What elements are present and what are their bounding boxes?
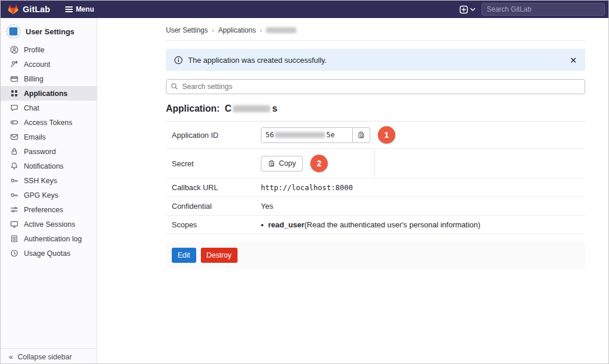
top-navigation-bar: GitLab Menu bbox=[1, 1, 608, 18]
info-icon bbox=[174, 56, 183, 65]
confidential-label: Confidential bbox=[172, 202, 261, 210]
sidebar-item-label: Usage Quotas bbox=[24, 249, 70, 258]
sidebar-item-label: Emails bbox=[24, 133, 46, 141]
alert-close-icon[interactable]: ✕ bbox=[569, 56, 577, 65]
breadcrumb-separator: › bbox=[260, 27, 262, 34]
scopes-label: Scopes bbox=[172, 220, 261, 229]
settings-search-input[interactable] bbox=[166, 79, 585, 94]
scopes-row: Scopes read_user (Read the authenticated… bbox=[166, 216, 585, 234]
breadcrumb-applications[interactable]: Applications bbox=[218, 26, 256, 34]
redacted-application-name bbox=[233, 105, 270, 112]
hamburger-icon bbox=[65, 5, 73, 13]
callout-badge-1: 1 bbox=[378, 126, 395, 144]
sidebar-item-profile[interactable]: Profile bbox=[1, 42, 97, 57]
collapse-label: Collapse sidebar bbox=[17, 353, 72, 361]
breadcrumb-user-settings[interactable]: User Settings bbox=[166, 26, 208, 34]
callback-url-value: http://localhost:8000 bbox=[261, 183, 353, 192]
sidebar-title: User Settings bbox=[26, 27, 75, 36]
page-title: Application: C s bbox=[166, 104, 585, 114]
scopes-value: read_user (Read the authenticated user's… bbox=[261, 220, 480, 229]
tanuki-icon bbox=[8, 4, 19, 15]
secret-row: Secret Copy 2 bbox=[166, 149, 585, 179]
sidebar-item-label: Authentication log bbox=[24, 235, 82, 243]
destroy-button[interactable]: Destroy bbox=[201, 248, 238, 263]
monitor-icon bbox=[10, 220, 19, 229]
sliders-icon bbox=[10, 205, 19, 214]
envelope-icon bbox=[10, 133, 19, 141]
sidebar-item-password[interactable]: Password bbox=[1, 144, 97, 159]
menu-button[interactable]: Menu bbox=[65, 5, 94, 13]
bell-icon bbox=[10, 162, 19, 170]
sidebar-item-preferences[interactable]: Preferences bbox=[1, 202, 97, 217]
user-avatar bbox=[6, 24, 20, 38]
confidential-row: Confidential Yes bbox=[166, 197, 585, 216]
sidebar-item-account[interactable]: Account bbox=[1, 57, 97, 72]
clipboard-icon bbox=[268, 159, 275, 167]
quota-clock-icon bbox=[10, 249, 19, 258]
callback-url-row: Callback URL http://localhost:8000 bbox=[166, 179, 585, 197]
sidebar-item-chat[interactable]: Chat bbox=[1, 101, 97, 115]
breadcrumb: User Settings › Applications › bbox=[166, 18, 585, 41]
sidebar-item-applications[interactable]: Applications bbox=[1, 86, 97, 101]
account-icon bbox=[10, 60, 19, 69]
breadcrumb-redacted-app-name bbox=[266, 27, 296, 33]
copy-application-id-button[interactable] bbox=[353, 127, 370, 143]
applications-grid-icon bbox=[10, 89, 19, 98]
confidential-value: Yes bbox=[261, 202, 273, 210]
profile-icon bbox=[10, 45, 19, 54]
brand-name: GitLab bbox=[23, 5, 50, 14]
global-search-input[interactable] bbox=[481, 3, 605, 16]
sidebar-item-access-tokens[interactable]: Access Tokens bbox=[1, 115, 97, 130]
sidebar-item-label: Account bbox=[24, 60, 50, 69]
sidebar-item-billing[interactable]: Billing bbox=[1, 72, 97, 86]
sidebar-item-label: Applications bbox=[24, 90, 68, 98]
form-actions: Edit Destroy bbox=[166, 242, 585, 269]
clipboard-icon bbox=[357, 131, 365, 139]
sidebar-item-label: GPG Keys bbox=[24, 191, 58, 199]
sidebar-item-label: Access Tokens bbox=[24, 119, 72, 127]
sidebar-item-label: Billing bbox=[24, 75, 43, 83]
application-details-table: Application ID 56 5e bbox=[166, 121, 585, 234]
lock-icon bbox=[10, 147, 19, 156]
sidebar-item-active-sessions[interactable]: Active Sessions bbox=[1, 217, 97, 231]
collapse-chevrons-icon: « bbox=[9, 352, 13, 361]
sidebar-item-notifications[interactable]: Notifications bbox=[1, 159, 97, 173]
sidebar-item-label: Profile bbox=[24, 46, 44, 54]
sidebar-item-ssh-keys[interactable]: SSH Keys bbox=[1, 173, 97, 188]
sidebar-item-authentication-log[interactable]: Authentication log bbox=[1, 231, 97, 246]
log-icon bbox=[10, 234, 19, 243]
key-icon bbox=[10, 176, 19, 185]
column-divider bbox=[374, 150, 375, 177]
plus-square-icon bbox=[459, 5, 468, 14]
application-id-label: Application ID bbox=[172, 131, 261, 140]
sidebar-item-label: Chat bbox=[24, 104, 39, 112]
token-icon bbox=[10, 118, 19, 127]
application-id-row: Application ID 56 5e bbox=[166, 122, 585, 149]
sidebar-item-emails[interactable]: Emails bbox=[1, 130, 97, 144]
sidebar-item-label: Preferences bbox=[24, 206, 63, 214]
key-icon bbox=[10, 191, 19, 199]
sidebar-item-label: SSH Keys bbox=[24, 177, 57, 185]
sidebar-item-gpg-keys[interactable]: GPG Keys bbox=[1, 188, 97, 202]
sidebar-context-header[interactable]: User Settings bbox=[1, 22, 97, 42]
collapse-sidebar-button[interactable]: « Collapse sidebar bbox=[1, 348, 97, 364]
success-alert: The application was created successfully… bbox=[166, 49, 585, 71]
chevron-down-icon bbox=[470, 8, 476, 12]
copy-secret-button[interactable]: Copy bbox=[261, 156, 303, 172]
sidebar-item-usage-quotas[interactable]: Usage Quotas bbox=[1, 246, 97, 260]
gitlab-logo[interactable]: GitLab bbox=[8, 4, 50, 15]
redacted-application-id bbox=[275, 132, 325, 138]
alert-text: The application was created successfully… bbox=[188, 56, 327, 65]
chat-bubble-icon bbox=[10, 104, 19, 112]
new-item-dropdown[interactable] bbox=[459, 5, 476, 14]
settings-sidebar: User Settings Profile Account Billing Ap… bbox=[1, 18, 97, 364]
edit-button[interactable]: Edit bbox=[172, 248, 196, 263]
menu-label: Menu bbox=[76, 5, 94, 13]
sidebar-item-label: Password bbox=[24, 148, 56, 156]
main-content: User Settings › Applications › The appli… bbox=[97, 18, 608, 364]
application-id-field[interactable]: 56 5e bbox=[261, 127, 353, 143]
callback-url-label: Callback URL bbox=[172, 183, 261, 192]
credit-card-icon bbox=[10, 74, 19, 83]
secret-label: Secret bbox=[172, 159, 261, 168]
sidebar-item-label: Notifications bbox=[24, 162, 63, 170]
